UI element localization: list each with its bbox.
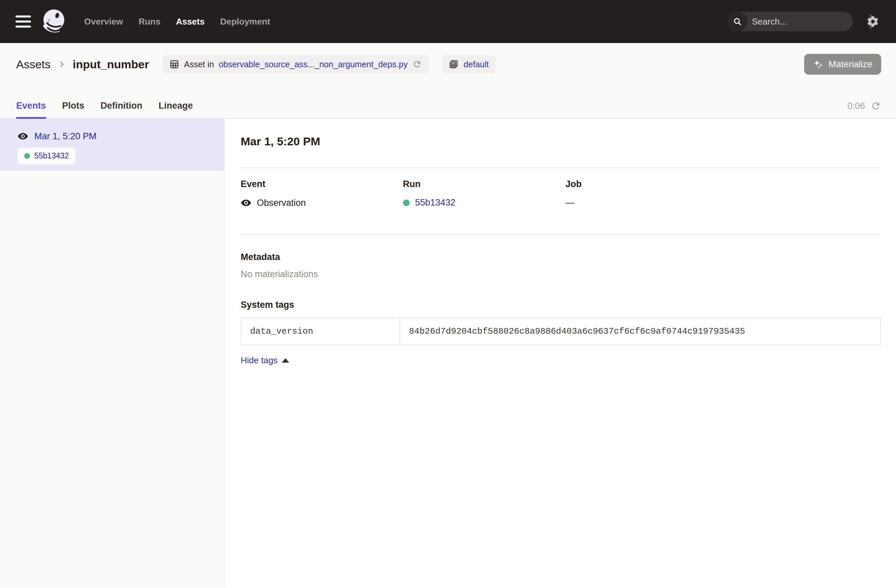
event-list-item[interactable]: Mar 1, 5:20 PM 55b13432 xyxy=(0,119,224,171)
observation-eye-icon xyxy=(17,131,28,141)
divider xyxy=(241,234,881,235)
system-tags-heading: System tags xyxy=(241,300,881,310)
caret-up-icon xyxy=(282,358,289,363)
run-status-dot xyxy=(403,199,410,206)
asset-tabs: Events Plots Definition Lineage 0:06 xyxy=(16,100,881,119)
refresh-icon[interactable] xyxy=(870,100,881,111)
top-navigation-bar: Overview Runs Assets Deployment / xyxy=(0,0,896,43)
nav-item-assets[interactable]: Assets xyxy=(176,17,205,27)
asset-chip-prefix: Asset in xyxy=(184,59,214,69)
metadata-empty-text: No materializations xyxy=(241,269,881,280)
search-icon xyxy=(728,12,747,31)
nav-item-deployment[interactable]: Deployment xyxy=(220,17,270,27)
dagster-logo[interactable] xyxy=(40,7,69,36)
asset-group-icon xyxy=(449,59,459,69)
tag-key-cell: data_version xyxy=(241,318,400,345)
job-column-label: Job xyxy=(565,179,881,189)
run-column: Run 55b13432 xyxy=(403,179,565,208)
materialize-button[interactable]: Materialize xyxy=(804,54,881,75)
metadata-heading: Metadata xyxy=(241,252,881,262)
run-column-label: Run xyxy=(403,179,565,189)
tab-plots[interactable]: Plots xyxy=(62,100,84,119)
primary-nav: Overview Runs Assets Deployment xyxy=(84,17,270,27)
event-type-value: Observation xyxy=(257,198,306,208)
asset-name: input_number xyxy=(73,58,149,71)
event-detail-panel: Mar 1, 5:20 PM Event Observation Run xyxy=(224,119,896,587)
observation-eye-icon xyxy=(241,198,251,208)
chevron-right-icon xyxy=(57,60,66,68)
event-column-label: Event xyxy=(241,179,403,189)
tab-definition[interactable]: Definition xyxy=(101,100,142,119)
search-input[interactable] xyxy=(747,17,869,27)
run-status-dot xyxy=(24,153,30,159)
tab-events[interactable]: Events xyxy=(16,100,46,119)
hide-tags-label: Hide tags xyxy=(241,355,278,366)
asset-group-chip: default xyxy=(442,55,495,73)
event-list-sidebar: Mar 1, 5:20 PM 55b13432 xyxy=(0,119,224,587)
nav-item-runs[interactable]: Runs xyxy=(139,17,160,27)
run-id-link[interactable]: 55b13432 xyxy=(415,198,456,208)
group-link[interactable]: default xyxy=(463,59,489,69)
tag-value-cell: 84b26d7d9204cbf588026c8a9886d403a6c9637c… xyxy=(400,318,880,345)
divider xyxy=(241,167,881,168)
system-tags-table: data_version 84b26d7d9204cbf588026c8a988… xyxy=(241,318,881,345)
settings-gear-icon[interactable] xyxy=(866,15,879,28)
hide-tags-link[interactable]: Hide tags xyxy=(241,355,289,366)
events-content: Mar 1, 5:20 PM 55b13432 Mar 1, 5:20 PM E… xyxy=(0,119,896,587)
reload-definition-icon[interactable] xyxy=(412,59,422,69)
asset-definition-chip: Asset in observable_source_ass..._non_ar… xyxy=(163,55,428,73)
table-grid-icon xyxy=(169,59,180,69)
run-id-label: 55b13432 xyxy=(34,151,69,161)
nav-item-overview[interactable]: Overview xyxy=(84,17,123,27)
sparkles-icon xyxy=(813,59,824,70)
asset-definition-file-link[interactable]: observable_source_ass..._non_argument_de… xyxy=(219,59,408,69)
event-detail-title: Mar 1, 5:20 PM xyxy=(241,135,881,148)
refresh-countdown: 0:06 xyxy=(847,101,865,111)
refresh-group: 0:06 xyxy=(847,100,881,119)
asset-header: Assets input_number Asset in observable_… xyxy=(0,43,896,119)
event-column: Event Observation xyxy=(241,179,403,208)
tab-lineage[interactable]: Lineage xyxy=(158,100,193,119)
run-chip[interactable]: 55b13432 xyxy=(17,148,75,164)
breadcrumb: Assets input_number Asset in observable_… xyxy=(16,53,881,75)
materialize-label: Materialize xyxy=(828,59,872,70)
job-column: Job — xyxy=(565,179,881,208)
event-summary-columns: Event Observation Run 55b13432 xyxy=(241,179,881,208)
hamburger-menu-icon[interactable] xyxy=(15,15,31,27)
breadcrumb-assets-link[interactable]: Assets xyxy=(16,58,50,71)
event-timestamp: Mar 1, 5:20 PM xyxy=(34,131,97,141)
job-empty-value: — xyxy=(565,198,574,208)
global-search[interactable]: / xyxy=(728,12,853,31)
